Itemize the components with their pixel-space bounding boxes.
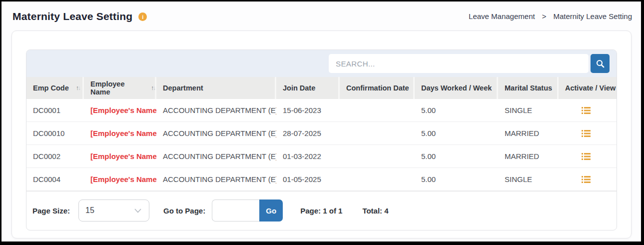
cell-activate-view bbox=[559, 174, 617, 184]
magnifier-icon bbox=[596, 59, 605, 68]
column-label: Emp Code bbox=[33, 84, 69, 92]
search-button[interactable] bbox=[591, 54, 610, 73]
content-card: Emp Code ↑↓ Employee Name ↑↓ Department … bbox=[11, 30, 632, 238]
list-icon bbox=[582, 152, 591, 160]
cell-department: ACCOUNTING DEPARTMENT (E) bbox=[156, 129, 276, 138]
cell-activate-view bbox=[559, 128, 617, 138]
cell-marital-status: MARRIED bbox=[498, 129, 559, 138]
list-icon bbox=[582, 106, 591, 114]
list-icon bbox=[582, 130, 591, 138]
sort-icon[interactable]: ↑↓ bbox=[76, 84, 80, 92]
cell-join-date: 28-07-2025 bbox=[276, 129, 340, 138]
search-input[interactable] bbox=[329, 54, 589, 73]
column-header-join-date: Join Date bbox=[276, 77, 340, 99]
column-header-days-worked: Days Worked / Week bbox=[415, 77, 498, 99]
column-header-activate-view: Activate / View bbox=[559, 77, 617, 99]
goto-page-input[interactable] bbox=[212, 200, 259, 222]
app-window: Maternity Leave Setting i Leave Manageme… bbox=[0, 0, 644, 245]
page-size-value: 15 bbox=[85, 206, 94, 215]
page-size-label: Page Size: bbox=[32, 206, 70, 215]
cell-department: ACCOUNTING DEPARTMENT (E) bbox=[156, 175, 276, 184]
column-header-confirmation-date: Confirmation Date bbox=[340, 77, 415, 99]
breadcrumb-current: Maternity Leave Setting bbox=[553, 12, 632, 20]
cell-marital-status: SINGLE bbox=[498, 106, 559, 114]
table-row: DC00010 [Employee's Name] ACCOUNTING DEP… bbox=[26, 122, 617, 145]
page-header: Maternity Leave Setting i Leave Manageme… bbox=[1, 2, 641, 30]
cell-days-worked: 5.00 bbox=[415, 129, 498, 138]
cell-days-worked: 5.00 bbox=[415, 175, 498, 184]
cell-join-date: 01-03-2022 bbox=[276, 152, 340, 160]
cell-activate-view bbox=[559, 106, 617, 116]
breadcrumb: Leave Management > Maternity Leave Setti… bbox=[469, 12, 632, 20]
column-header-emp-code[interactable]: Emp Code ↑↓ bbox=[26, 77, 84, 99]
cell-days-worked: 5.00 bbox=[415, 106, 498, 114]
table-header-row: Emp Code ↑↓ Employee Name ↑↓ Department … bbox=[26, 77, 617, 99]
cell-days-worked: 5.00 bbox=[415, 152, 498, 160]
go-button[interactable]: Go bbox=[259, 200, 283, 222]
cell-activate-view bbox=[559, 152, 617, 162]
cell-emp-code: DC0001 bbox=[26, 106, 84, 114]
cell-emp-code: DC0004 bbox=[26, 175, 84, 184]
goto-page-label: Go to Page: bbox=[163, 206, 205, 215]
cell-employee-name: [Employee's Name] bbox=[84, 175, 156, 184]
chevron-down-icon bbox=[134, 208, 142, 214]
page-size-select[interactable]: 15 bbox=[78, 200, 149, 222]
cell-join-date: 01-05-2025 bbox=[276, 175, 340, 184]
cell-employee-name: [Employee's Name] bbox=[84, 129, 156, 138]
cell-emp-code: DC00010 bbox=[26, 129, 84, 138]
page-info: Page: 1 of 1 bbox=[300, 206, 342, 215]
info-icon[interactable]: i bbox=[138, 12, 147, 21]
table-row: DC0004 [Employee's Name] ACCOUNTING DEPA… bbox=[26, 168, 617, 191]
column-label: Employee Name bbox=[90, 80, 144, 96]
search-band bbox=[26, 50, 617, 77]
cell-employee-name: [Employee's Name] bbox=[84, 106, 156, 114]
breadcrumb-parent[interactable]: Leave Management bbox=[469, 12, 535, 20]
column-header-marital-status: Marital Status bbox=[498, 77, 559, 99]
title-group: Maternity Leave Setting i bbox=[12, 10, 147, 22]
page-title: Maternity Leave Setting bbox=[12, 10, 132, 22]
cell-department: ACCOUNTING DEPARTMENT (E) bbox=[156, 152, 276, 160]
cell-emp-code: DC0002 bbox=[26, 152, 84, 160]
cell-marital-status: MARRIED bbox=[498, 152, 559, 160]
table-panel: Emp Code ↑↓ Employee Name ↑↓ Department … bbox=[26, 50, 617, 230]
sort-icon[interactable]: ↑↓ bbox=[151, 84, 155, 92]
cell-department: ACCOUNTING DEPARTMENT (E) bbox=[156, 106, 276, 114]
total-info: Total: 4 bbox=[362, 206, 388, 215]
breadcrumb-separator: > bbox=[542, 12, 547, 20]
goto-page-group: Go bbox=[212, 200, 283, 222]
activate-view-button[interactable] bbox=[581, 174, 592, 184]
activate-view-button[interactable] bbox=[581, 152, 592, 162]
cell-join-date: 15-06-2023 bbox=[276, 106, 340, 114]
activate-view-button[interactable] bbox=[581, 106, 592, 116]
activate-view-button[interactable] bbox=[581, 128, 592, 138]
cell-employee-name: [Employee's Name] bbox=[84, 152, 156, 160]
list-icon bbox=[582, 176, 591, 184]
cell-marital-status: SINGLE bbox=[498, 175, 559, 184]
pagination-bar: Page Size: 15 Go to Page: Go Page: 1 of … bbox=[26, 191, 617, 230]
table-row: DC0001 [Employee's Name] ACCOUNTING DEPA… bbox=[26, 99, 617, 122]
column-header-department: Department bbox=[156, 77, 276, 99]
table-row: DC0002 [Employee's Name] ACCOUNTING DEPA… bbox=[26, 145, 617, 168]
column-header-employee-name[interactable]: Employee Name ↑↓ bbox=[84, 77, 156, 99]
